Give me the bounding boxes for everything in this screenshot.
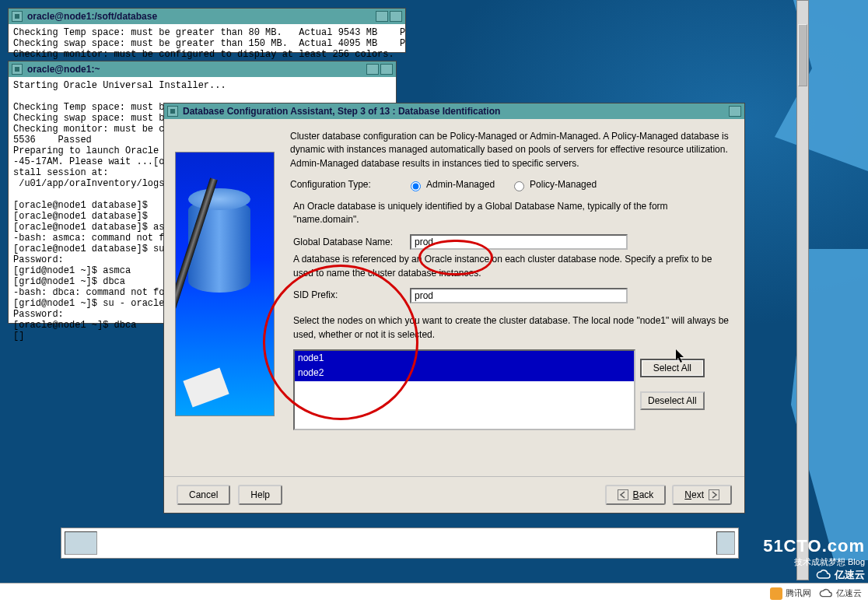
mouse-cursor-icon bbox=[675, 349, 686, 364]
logo-51cto: 51CTO.com bbox=[763, 536, 865, 556]
radio-admin-managed[interactable]: Admin-Managed bbox=[407, 178, 495, 191]
dialog-content: Cluster database configuration can be Po… bbox=[290, 130, 730, 472]
arrow-left-icon bbox=[618, 489, 628, 500]
terminal-output: Checking Temp space: must be greater tha… bbox=[9, 24, 405, 63]
window-title: oracle@node1:/soft/database bbox=[27, 11, 374, 22]
status-item-tencent[interactable]: 腾讯网 bbox=[770, 587, 811, 600]
page-scrollbar[interactable] bbox=[796, 0, 809, 580]
dbca-dialog[interactable]: Database Configuration Assistant, Step 3… bbox=[163, 103, 745, 514]
back-button[interactable]: Back bbox=[605, 485, 667, 505]
nodes-description: Select the nodes on which you want to cr… bbox=[293, 314, 730, 342]
radio-policy-managed-input[interactable] bbox=[514, 181, 524, 191]
sid-description: A database is referenced by an Oracle in… bbox=[293, 253, 730, 280]
panel-strip bbox=[61, 528, 739, 559]
gdb-label: Global Database Name: bbox=[293, 236, 410, 249]
config-type-label: Configuration Type: bbox=[290, 178, 391, 191]
arrow-right-icon bbox=[709, 489, 719, 500]
window-title: oracle@node1:~ bbox=[27, 64, 365, 75]
window-menu-icon[interactable] bbox=[12, 11, 23, 22]
terminal-window-1[interactable]: oracle@node1:/soft/database Checking Tem… bbox=[8, 8, 406, 53]
help-button[interactable]: Help bbox=[238, 485, 282, 505]
window-menu-icon[interactable] bbox=[167, 106, 178, 117]
gdb-description: An Oracle database is uniquely identifie… bbox=[293, 200, 730, 227]
wizard-graphic bbox=[175, 152, 275, 416]
radio-policy-managed[interactable]: Policy-Managed bbox=[510, 178, 597, 191]
logo-tagline: 技术成就梦想 Blog bbox=[763, 556, 865, 568]
window-menu-icon[interactable] bbox=[12, 64, 23, 75]
select-all-button[interactable]: Select All bbox=[640, 359, 705, 377]
node-list[interactable]: node1node2 bbox=[293, 349, 635, 430]
watermark-logos: 51CTO.com 技术成就梦想 Blog 亿速云 bbox=[763, 536, 865, 583]
titlebar[interactable]: Database Configuration Assistant, Step 3… bbox=[164, 103, 744, 119]
node-list-item[interactable]: node2 bbox=[295, 366, 634, 380]
status-item-yisu[interactable]: 亿速云 bbox=[819, 587, 862, 599]
cancel-button[interactable]: Cancel bbox=[177, 485, 230, 505]
window-minimize-icon[interactable] bbox=[366, 64, 379, 75]
sid-label: SID Prefix: bbox=[293, 289, 410, 302]
cloud-icon bbox=[819, 588, 833, 599]
dialog-button-bar: Cancel Help Back Next bbox=[164, 476, 744, 513]
window-maximize-icon[interactable] bbox=[390, 11, 402, 22]
window-maximize-icon[interactable] bbox=[729, 106, 741, 117]
intro-text: Cluster database configuration can be Po… bbox=[290, 130, 730, 170]
titlebar[interactable]: oracle@node1:/soft/database bbox=[9, 9, 405, 24]
sid-prefix-input[interactable] bbox=[410, 288, 628, 303]
tencent-icon bbox=[770, 587, 782, 600]
titlebar[interactable]: oracle@node1:~ bbox=[9, 61, 396, 77]
global-database-name-input[interactable] bbox=[410, 234, 628, 250]
deselect-all-button[interactable]: Deselect All bbox=[640, 391, 705, 410]
window-minimize-icon[interactable] bbox=[376, 11, 388, 22]
dialog-title: Database Configuration Assistant, Step 3… bbox=[183, 106, 727, 117]
window-maximize-icon[interactable] bbox=[380, 64, 393, 75]
browser-status-bar: 腾讯网 亿速云 bbox=[0, 583, 868, 603]
logo-yisu: 亿速云 bbox=[816, 568, 865, 582]
radio-admin-managed-input[interactable] bbox=[411, 181, 421, 191]
next-button[interactable]: Next bbox=[672, 485, 732, 505]
node-list-item[interactable]: node1 bbox=[295, 351, 634, 366]
